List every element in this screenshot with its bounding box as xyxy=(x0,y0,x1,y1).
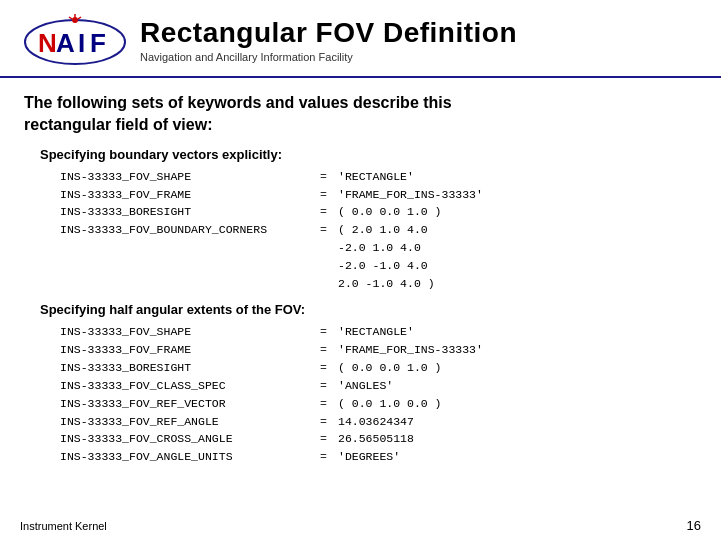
svg-text:I: I xyxy=(78,28,85,58)
section1-heading: Specifying boundary vectors explicitly: xyxy=(40,147,697,162)
section1-code: INS-33333_FOV_SHAPE = 'RECTANGLE' INS-33… xyxy=(60,168,697,293)
code-line: INS-33333_FOV_BOUNDARY_CORNERS = ( 2.0 1… xyxy=(60,221,697,239)
svg-line-8 xyxy=(78,17,81,19)
code-line: INS-33333_FOV_FRAME = 'FRAME_FOR_INS-333… xyxy=(60,341,697,359)
code-line: INS-33333_FOV_CLASS_SPEC = 'ANGLES' xyxy=(60,377,697,395)
code-line: INS-33333_FOV_REF_VECTOR = ( 0.0 1.0 0.0… xyxy=(60,395,697,413)
section2-heading: Specifying half angular extents of the F… xyxy=(40,302,697,317)
header: N A I F Rectangular FOV Definition Navig… xyxy=(0,0,721,78)
main-content: The following sets of keywords and value… xyxy=(0,78,721,484)
code-line: 2.0 -1.0 4.0 ) xyxy=(338,275,697,293)
section2-code: INS-33333_FOV_SHAPE = 'RECTANGLE' INS-33… xyxy=(60,323,697,466)
svg-text:N: N xyxy=(38,28,57,58)
svg-text:A: A xyxy=(56,28,75,58)
footer-page-number: 16 xyxy=(687,518,701,533)
naif-logo: N A I F xyxy=(20,10,130,70)
code-line: INS-33333_FOV_SHAPE = 'RECTANGLE' xyxy=(60,168,697,186)
code-line: INS-33333_FOV_SHAPE = 'RECTANGLE' xyxy=(60,323,697,341)
code-line: -2.0 1.0 4.0 xyxy=(338,239,697,257)
code-line: INS-33333_FOV_CROSS_ANGLE = 26.56505118 xyxy=(60,430,697,448)
page-title: Rectangular FOV Definition xyxy=(140,17,701,49)
svg-point-5 xyxy=(72,17,78,23)
footer: Instrument Kernel 16 xyxy=(20,518,701,533)
code-line: INS-33333_BORESIGHT = ( 0.0 0.0 1.0 ) xyxy=(60,203,697,221)
intro-text: The following sets of keywords and value… xyxy=(24,92,697,137)
svg-text:F: F xyxy=(90,28,106,58)
footer-left-label: Instrument Kernel xyxy=(20,520,107,532)
code-line: INS-33333_FOV_REF_ANGLE = 14.03624347 xyxy=(60,413,697,431)
code-line: INS-33333_FOV_FRAME = 'FRAME_FOR_INS-333… xyxy=(60,186,697,204)
code-line: INS-33333_BORESIGHT = ( 0.0 0.0 1.0 ) xyxy=(60,359,697,377)
title-area: Rectangular FOV Definition Navigation an… xyxy=(130,17,701,63)
code-line: INS-33333_FOV_ANGLE_UNITS = 'DEGREES' xyxy=(60,448,697,466)
code-line: -2.0 -1.0 4.0 xyxy=(338,257,697,275)
subtitle: Navigation and Ancillary Information Fac… xyxy=(140,51,701,63)
svg-line-7 xyxy=(69,17,72,19)
